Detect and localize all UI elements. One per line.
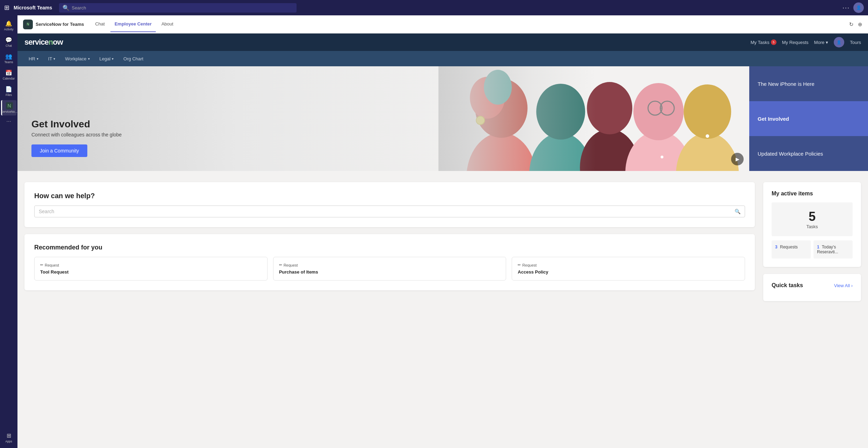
more-options-icon[interactable]: ··· [843,4,850,12]
nav-workplace[interactable]: Workplace ▾ [61,53,94,65]
help-title: How can we help? [34,192,745,200]
recommended-title: Recommended for you [34,244,745,251]
tab-chat[interactable]: Chat [91,16,109,32]
edit-icon-1: ✏ [279,263,282,267]
requests-sub-item[interactable]: 3 Requests [772,240,811,259]
help-search-box: 🔍 [34,206,745,217]
rec-item-0[interactable]: ✏ Request Tool Request [34,257,268,281]
help-search-icon: 🔍 [735,209,741,214]
hero-panel-iphone[interactable]: The New iPhone is Here [749,66,868,101]
app-logo: N ServiceNow for Teams [23,20,84,29]
rec-item-2[interactable]: ✏ Request Access Policy [512,257,745,281]
quick-tasks-header: Quick tasks View All › [772,282,853,289]
snow-user-avatar[interactable]: 👤 [834,37,844,47]
sidebar-item-teams[interactable]: 👥 Teams [1,51,16,66]
main-content: N ServiceNow for Teams Chat Employee Cen… [17,15,868,448]
snow-logo: servicenow [24,38,63,47]
legal-chevron-icon: ▾ [112,57,114,61]
nav-hr[interactable]: HR ▾ [24,53,43,65]
sidebar-item-servicenow[interactable]: N ServiceNo... [1,100,16,115]
rec-item-name-0: Tool Request [40,269,262,275]
nav-it[interactable]: IT ▾ [44,53,60,65]
tab-employee-center[interactable]: Employee Center [110,16,156,32]
servicenow-icon: N [6,102,13,109]
more-dropdown[interactable]: More ▾ [814,40,829,45]
edit-icon-2: ✏ [518,263,521,267]
snow-topnav-right: My Tasks 5 My Requests More ▾ 👤 Tours [751,37,861,47]
tasks-number: 5 [779,209,846,224]
hero-main: Get Involved Connect with colleagues acr… [17,66,749,171]
servicenow-logo-icon: N [23,20,33,29]
my-tasks-link[interactable]: My Tasks 5 [751,39,776,45]
search-input[interactable] [72,5,293,10]
hero-text: Get Involved Connect with colleagues acr… [31,119,122,157]
user-avatar[interactable]: 👤 [853,2,864,13]
snow-app: servicenow My Tasks 5 My Requests More ▾… [17,33,868,448]
help-search-input[interactable] [39,209,732,214]
sidebar-item-calendar[interactable]: 📅 Calendar [1,67,16,82]
quick-tasks-card: Quick tasks View All › [763,274,861,301]
workplace-chevron-icon: ▾ [88,57,90,61]
refresh-button[interactable]: ↻ [849,21,854,28]
hero-subtitle: Connect with colleagues across the globe [31,132,122,137]
grid-icon[interactable]: ⊞ [4,4,9,12]
app-layout: 🔔 Activity 💬 Chat 👥 Teams 📅 Calendar 📄 F… [0,15,868,448]
recommended-items: ✏ Request Tool Request ✏ Request [34,257,745,281]
rec-item-tag-1: ✏ Request [279,263,501,267]
hr-chevron-icon: ▾ [37,57,38,61]
tasks-badge: 5 [771,39,776,45]
snow-secondnav: HR ▾ IT ▾ Workplace ▾ Legal ▾ Org Chart [17,51,868,66]
tab-bar: N ServiceNow for Teams Chat Employee Cen… [17,15,868,33]
hero-panel-get-involved[interactable]: Get Involved [749,101,868,136]
hero-section: Get Involved Connect with colleagues acr… [17,66,868,171]
quick-tasks-title: Quick tasks [772,282,803,289]
active-items-card: My active items 5 Tasks 3 Requests 1 [763,182,861,267]
sidebar-item-apps[interactable]: ⊞ Apps [1,430,16,445]
recommended-card: Recommended for you ✏ Request Tool Reque… [24,234,755,290]
tours-link[interactable]: Tours [850,40,861,45]
tab-about[interactable]: About [157,16,177,32]
my-requests-link[interactable]: My Requests [782,40,809,45]
view-all-link[interactable]: View All › [834,283,853,288]
popout-button[interactable]: ⊕ [858,21,862,28]
right-panel: My active items 5 Tasks 3 Requests 1 [763,182,861,437]
nav-org-chart[interactable]: Org Chart [119,53,147,65]
teams-icon: 👥 [5,53,12,60]
app-logo-name: ServiceNow for Teams [36,22,84,27]
help-card: How can we help? 🔍 [24,182,755,227]
sidebar-item-chat[interactable]: 💬 Chat [1,35,16,50]
tasks-count-display: 5 Tasks [772,202,853,236]
reservations-count: 1 [817,245,819,249]
snow-topnav: servicenow My Tasks 5 My Requests More ▾… [17,33,868,51]
more-apps-icon[interactable]: ··· [6,118,11,125]
tasks-sub-items: 3 Requests 1 Today's Reseravti... [772,240,853,259]
active-items-title: My active items [772,191,853,197]
hero-title: Get Involved [31,119,122,130]
reservations-sub-item[interactable]: 1 Today's Reseravti... [814,240,853,259]
left-panel: How can we help? 🔍 Recommended for you [24,182,755,437]
search-icon: 🔍 [63,5,70,11]
join-community-button[interactable]: Join a Community [31,144,87,157]
teams-sidebar: 🔔 Activity 💬 Chat 👥 Teams 📅 Calendar 📄 F… [0,15,17,448]
hero-panel-workplace-policies[interactable]: Updated Workplace Policies [749,136,868,171]
play-button[interactable]: ▶ [731,153,744,165]
edit-icon-0: ✏ [40,263,43,267]
teams-titlebar: ⊞ Microsoft Teams 🔍 ··· 👤 [0,0,868,15]
sidebar-item-activity[interactable]: 🔔 Activity [1,18,16,33]
sidebar-item-files[interactable]: 📄 Files [1,84,16,99]
rec-item-name-2: Access Policy [518,269,739,275]
content-area: How can we help? 🔍 Recommended for you [17,171,868,448]
tasks-label: Tasks [779,224,846,229]
search-bar: 🔍 [59,3,297,13]
nav-legal[interactable]: Legal ▾ [95,53,118,65]
tab-bar-right: ↻ ⊕ [849,21,862,28]
app-title: Microsoft Teams [14,5,52,10]
titlebar-right: ··· 👤 [843,2,864,13]
hero-panels: The New iPhone is Here Get Involved Upda… [749,66,868,171]
hero-illustration [204,66,749,171]
rec-item-1[interactable]: ✏ Request Purchase of Items [273,257,506,281]
requests-label: Requests [780,245,798,249]
rec-item-tag-2: ✏ Request [518,263,739,267]
more-chevron-icon: ▾ [826,40,828,45]
activity-icon: 🔔 [5,20,12,27]
